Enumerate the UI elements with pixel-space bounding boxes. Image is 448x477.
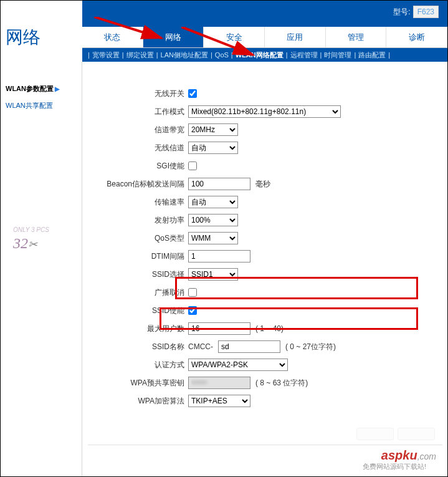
save-button[interactable] bbox=[356, 428, 394, 440]
subtab-qos[interactable]: QoS bbox=[213, 51, 231, 59]
hint-wpakey: ( 8 ~ 63 位字符) bbox=[255, 378, 308, 388]
subtab-lan[interactable]: LAN侧地址配置 bbox=[159, 51, 210, 60]
label-auth: 认证方式 bbox=[95, 360, 188, 370]
input-ssid-name[interactable] bbox=[218, 340, 280, 353]
footer-text: 免费网站源码下载站! bbox=[363, 462, 426, 471]
main-tabs: 状态 网络 安全 应用 管理 诊断 bbox=[82, 27, 447, 48]
subtab-remote[interactable]: 远程管理 bbox=[288, 51, 320, 60]
hint-ssid-name: ( 0 ~ 27位字符) bbox=[285, 342, 336, 352]
label-channel: 无线信道 bbox=[95, 143, 188, 153]
label-wpaalgo: WPA加密算法 bbox=[95, 396, 188, 407]
sidebar-item-wlan-share[interactable]: WLAN共享配置 bbox=[4, 97, 78, 114]
model-label: 型号: bbox=[393, 7, 410, 17]
input-wpakey[interactable] bbox=[188, 377, 250, 389]
input-dtim[interactable] bbox=[188, 250, 250, 263]
label-ssid-select: SSID选择 bbox=[95, 269, 188, 280]
checkbox-sgi[interactable] bbox=[188, 161, 197, 170]
label-bandwidth: 信道带宽 bbox=[95, 125, 188, 135]
label-ssid-name: SSID名称 bbox=[95, 342, 188, 352]
form-area: 无线开关 工作模式 Mixed(802.11b+802.11g+802.11n)… bbox=[82, 62, 447, 476]
label-ssid-enable: SSID使能 bbox=[95, 306, 188, 316]
label-wpakey: WPA预共享密钥 bbox=[95, 378, 188, 388]
label-dtim: DTIM间隔 bbox=[95, 251, 188, 262]
label-beacon: Beacon信标帧发送间隔 bbox=[95, 179, 188, 190]
watermark-decoration: ONLY 3 PCS 32✂ bbox=[13, 222, 49, 252]
label-work-mode: 工作模式 bbox=[95, 107, 188, 117]
sidebar-item-label: WLAN参数配置 bbox=[6, 84, 54, 94]
label-sgi: SGI使能 bbox=[95, 161, 188, 171]
checkbox-ssid-enable[interactable] bbox=[188, 306, 197, 315]
watermark-logo: aspku,com bbox=[381, 448, 436, 463]
subtab-time[interactable]: 时间管理 bbox=[322, 51, 353, 60]
label-txrate: 传输速率 bbox=[95, 197, 188, 208]
label-txpower: 发射功率 bbox=[95, 215, 188, 226]
label-wifi-switch: 无线开关 bbox=[95, 89, 188, 99]
subtab-wlan[interactable]: WLAN网络配置 bbox=[234, 51, 285, 60]
subtab-binding[interactable]: 绑定设置 bbox=[125, 51, 156, 60]
cancel-button[interactable] bbox=[398, 428, 435, 440]
select-txpower[interactable]: 100% bbox=[188, 214, 238, 226]
subtab-route[interactable]: 路由配置 bbox=[356, 51, 388, 60]
label-qos: QoS类型 bbox=[95, 233, 188, 244]
tab-status[interactable]: 状态 bbox=[82, 27, 143, 47]
tab-manage[interactable]: 管理 bbox=[326, 27, 387, 47]
label-broadcast: 广播取消 bbox=[95, 287, 188, 298]
sub-tabs: | 宽带设置 | 绑定设置 | LAN侧地址配置 | QoS | WLAN网络配… bbox=[82, 48, 447, 62]
tab-app[interactable]: 应用 bbox=[265, 27, 326, 47]
hint-maxusers: ( 1 ~ 40) bbox=[255, 324, 284, 333]
select-auth[interactable]: WPA/WPA2-PSK bbox=[188, 359, 288, 371]
unit-beacon: 毫秒 bbox=[255, 179, 270, 190]
select-ssid[interactable]: SSID1 bbox=[188, 268, 238, 281]
select-txrate[interactable]: 自动 bbox=[188, 196, 238, 208]
checkbox-wifi-switch[interactable] bbox=[188, 89, 197, 98]
ssid-prefix: CMCC- bbox=[188, 342, 213, 351]
select-wpaalgo[interactable]: TKIP+AES bbox=[188, 395, 250, 407]
select-bandwidth[interactable]: 20MHz bbox=[188, 123, 238, 136]
input-beacon[interactable] bbox=[188, 178, 250, 190]
top-bar: 型号: F623 bbox=[82, 1, 447, 27]
select-work-mode[interactable]: Mixed(802.11b+802.11g+802.11n) bbox=[188, 105, 341, 118]
checkbox-broadcast[interactable] bbox=[188, 288, 197, 297]
tab-network[interactable]: 网络 bbox=[143, 27, 204, 47]
page-title: 网络 bbox=[6, 26, 41, 49]
divider bbox=[88, 445, 442, 445]
sidebar-item-wlan-param[interactable]: WLAN参数配置 ▶ bbox=[4, 80, 78, 97]
model-info: 型号: F623 bbox=[393, 6, 439, 18]
input-maxusers[interactable] bbox=[188, 322, 250, 335]
tab-diagnose[interactable]: 诊断 bbox=[386, 27, 447, 47]
model-value: F623 bbox=[413, 6, 439, 18]
arrow-right-icon: ▶ bbox=[55, 85, 60, 92]
sidebar-item-label: WLAN共享配置 bbox=[6, 101, 53, 110]
select-channel[interactable]: 自动 bbox=[188, 142, 238, 154]
sidebar: WLAN参数配置 ▶ WLAN共享配置 bbox=[1, 62, 82, 476]
tab-security[interactable]: 安全 bbox=[204, 27, 265, 47]
label-maxusers: 最大用户数 bbox=[95, 324, 188, 334]
select-qos[interactable]: WMM bbox=[188, 232, 238, 244]
button-area bbox=[356, 428, 435, 440]
subtab-broadband[interactable]: 宽带设置 bbox=[90, 51, 122, 60]
